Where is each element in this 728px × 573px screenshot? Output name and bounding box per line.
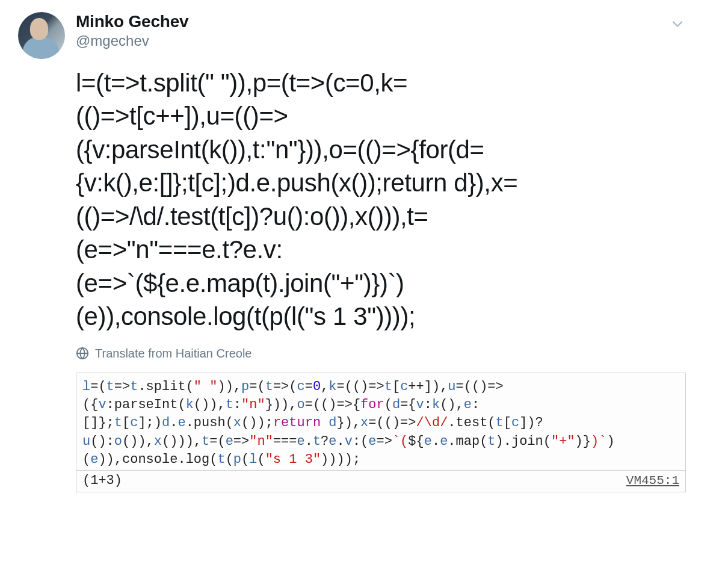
tweet-line: (e)),console.log(t(p(l("s 1 3"))));	[76, 302, 415, 330]
author-display-name: Minko Gechev	[76, 12, 188, 31]
tweet-header: Minko Gechev @mgechev	[76, 12, 686, 49]
vm-reference-link[interactable]: VM455:1	[626, 474, 679, 488]
translate-link[interactable]: Translate from Haitian Creole	[76, 347, 686, 361]
tweet-line: (()=>t[c++]),u=(()=>	[76, 102, 288, 130]
code-card: l=(t=>t.split(" ")),p=(t=>(c=0,k=(()=>t[…	[76, 373, 686, 493]
tweet: Minko Gechev @mgechev l=(t=>t.split(" ")…	[18, 12, 710, 492]
translate-label: Translate from Haitian Creole	[95, 347, 251, 361]
code-output: (1+3)	[82, 473, 122, 488]
tweet-body: Minko Gechev @mgechev l=(t=>t.split(" ")…	[76, 12, 710, 492]
globe-icon	[76, 347, 89, 360]
tweet-line: (e=>"n"===e.t?e.v:	[76, 235, 283, 264]
tweet-menu-caret[interactable]	[669, 16, 686, 35]
author-handle: @mgechev	[76, 33, 188, 49]
chevron-down-icon	[669, 16, 686, 33]
tweet-line: {v:k(),e:[]};t[c];)d.e.push(x());return …	[76, 169, 517, 197]
tweet-text: l=(t=>t.split(" ")),p=(t=>(c=0,k= (()=>t…	[76, 66, 686, 333]
tweet-line: (()=>/\d/.test(t[c])?u():o()),x())),t=	[76, 202, 428, 231]
avatar[interactable]	[18, 12, 65, 59]
code-output-row: (1+3) VM455:1	[76, 470, 685, 492]
tweet-line: ({v:parseInt(k()),t:"n"})),o=(()=>{for(d…	[76, 135, 484, 164]
author-block[interactable]: Minko Gechev @mgechev	[76, 12, 188, 49]
code-block: l=(t=>t.split(" ")),p=(t=>(c=0,k=(()=>t[…	[76, 373, 685, 471]
tweet-line: l=(t=>t.split(" ")),p=(t=>(c=0,k=	[76, 69, 407, 97]
tweet-line: (e=>`(${e.e.map(t).join("+")})`)	[76, 269, 404, 297]
